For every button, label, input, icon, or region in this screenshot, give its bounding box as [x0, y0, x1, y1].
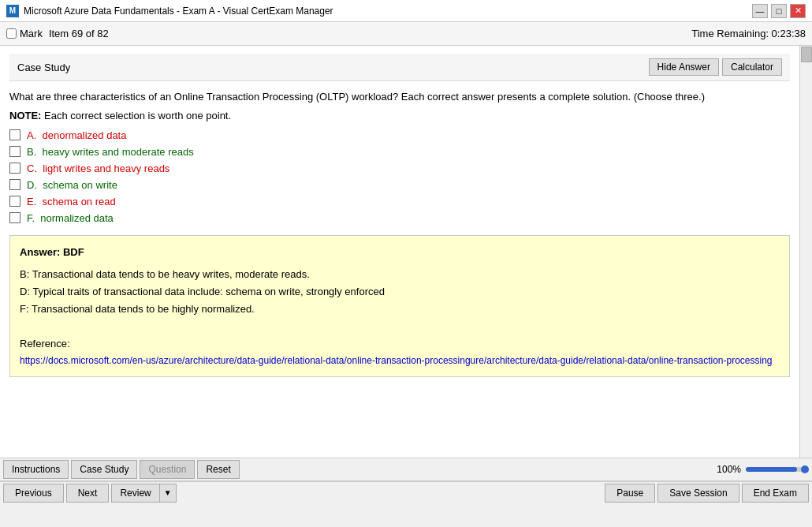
option-checkbox-c[interactable]: [9, 163, 20, 174]
bottom-tabs-bar: Instructions Case Study Question Reset 1…: [0, 458, 812, 481]
option-row-e: E. schema on read: [9, 196, 790, 207]
option-checkbox-a[interactable]: [9, 129, 20, 140]
option-checkbox-d[interactable]: [9, 179, 20, 190]
explanation-d: D: Typical traits of transactional data …: [20, 283, 780, 301]
pause-button[interactable]: Pause: [605, 484, 655, 503]
answer-title: Answer: BDF: [20, 244, 780, 261]
main-container: Case Study Hide Answer Calculator What a…: [0, 46, 812, 458]
item-info: Item 69 of 82: [49, 28, 685, 39]
option-row-b: B. heavy writes and moderate reads: [9, 146, 790, 158]
option-label-a: A. denormalized data: [27, 129, 126, 141]
end-exam-button[interactable]: End Exam: [742, 484, 809, 503]
scrollbar-thumb[interactable]: [801, 47, 812, 62]
mark-checkbox[interactable]: [6, 28, 17, 39]
note-text: NOTE: Each correct selection is worth on…: [9, 110, 790, 121]
reference-url[interactable]: https://docs.microsoft.com/en-us/azure/a…: [20, 353, 780, 368]
review-button-group: Review ▼: [111, 484, 176, 503]
title-bar: M Microsoft Azure Data Fundamentals - Ex…: [0, 0, 812, 22]
content-area: Case Study Hide Answer Calculator What a…: [0, 46, 799, 458]
tab-case-study[interactable]: Case Study: [71, 460, 137, 479]
zoom-slider-fill: [746, 467, 797, 472]
hide-answer-button[interactable]: Hide Answer: [649, 58, 719, 76]
option-label-c: C. light writes and heavy reads: [27, 163, 169, 174]
tab-reset[interactable]: Reset: [197, 460, 239, 479]
action-buttons: Hide Answer Calculator: [649, 58, 782, 76]
window-title: Microsoft Azure Data Fundamentals - Exam…: [24, 6, 752, 17]
question-text: What are three characteristics of an Onl…: [9, 89, 790, 105]
option-label-f: F. normalized data: [27, 212, 114, 224]
option-row-f: F. normalized data: [9, 212, 790, 224]
zoom-level: 100%: [717, 464, 741, 475]
option-label-d: D. schema on write: [27, 179, 117, 191]
option-label-e: E. schema on read: [27, 196, 116, 207]
nav-right-buttons: Pause Save Session End Exam: [605, 484, 809, 503]
scrollbar-track[interactable]: [799, 46, 812, 458]
maximize-button[interactable]: □: [771, 4, 787, 18]
previous-button[interactable]: Previous: [3, 484, 64, 503]
explanation-b: B: Transactional data tends to be heavy …: [20, 266, 780, 283]
time-remaining: Time Remaining: 0:23:38: [691, 28, 806, 39]
option-label-b: B. heavy writes and moderate reads: [27, 146, 194, 158]
option-checkbox-b[interactable]: [9, 146, 20, 157]
zoom-area: 100%: [717, 464, 809, 475]
zoom-slider-thumb[interactable]: [801, 465, 809, 473]
minimize-button[interactable]: —: [752, 4, 768, 18]
app-icon: M: [6, 5, 19, 17]
close-button[interactable]: ✕: [790, 4, 806, 18]
option-checkbox-f[interactable]: [9, 212, 20, 223]
calculator-button[interactable]: Calculator: [722, 58, 782, 76]
mark-label: Mark: [20, 28, 43, 39]
nav-bar: Previous Next Review ▼ Pause Save Sessio…: [0, 481, 812, 503]
mark-checkbox-area[interactable]: Mark: [6, 28, 43, 39]
reference-label: Reference:: [20, 335, 780, 353]
review-button[interactable]: Review: [111, 484, 158, 503]
window-controls: — □ ✕: [752, 4, 806, 18]
answer-box: Answer: BDF B: Transactional data tends …: [9, 235, 790, 378]
toolbar: Mark Item 69 of 82 Time Remaining: 0:23:…: [0, 22, 812, 46]
explanation-f: F: Transactional data tends to be highly…: [20, 301, 780, 318]
zoom-slider-track[interactable]: [746, 467, 809, 472]
option-row-c: C. light writes and heavy reads: [9, 163, 790, 174]
option-checkbox-e[interactable]: [9, 196, 20, 207]
options-list: A. denormalized data B. heavy writes and…: [9, 129, 790, 224]
case-study-bar: Case Study Hide Answer Calculator: [9, 54, 790, 81]
case-study-title: Case Study: [17, 62, 70, 73]
save-session-button[interactable]: Save Session: [657, 484, 739, 503]
note-content: Each correct selection is worth one poin…: [44, 110, 231, 121]
next-button[interactable]: Next: [66, 484, 110, 503]
tab-question[interactable]: Question: [140, 460, 195, 479]
review-dropdown-arrow[interactable]: ▼: [159, 484, 177, 503]
tab-instructions[interactable]: Instructions: [3, 460, 69, 479]
option-row-a: A. denormalized data: [9, 129, 790, 141]
option-row-d: D. schema on write: [9, 179, 790, 191]
note-label: NOTE:: [9, 110, 41, 121]
